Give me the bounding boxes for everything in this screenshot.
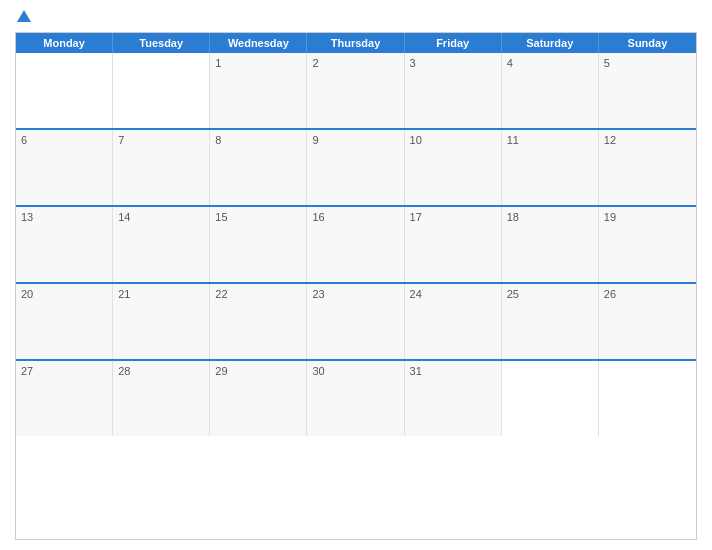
logo <box>15 10 31 24</box>
day-number: 27 <box>21 365 33 377</box>
day-number: 18 <box>507 211 519 223</box>
day-number: 28 <box>118 365 130 377</box>
calendar-cell: 16 <box>307 207 404 282</box>
calendar-week-4: 20212223242526 <box>16 282 696 359</box>
calendar-cell: 18 <box>502 207 599 282</box>
calendar-cell: 27 <box>16 361 113 436</box>
calendar-body: 1234567891011121314151617181920212223242… <box>16 53 696 436</box>
calendar-week-1: 12345 <box>16 53 696 128</box>
day-number: 2 <box>312 57 318 69</box>
logo-row1 <box>15 10 31 24</box>
day-number: 17 <box>410 211 422 223</box>
day-number: 19 <box>604 211 616 223</box>
calendar-page: MondayTuesdayWednesdayThursdayFridaySatu… <box>0 0 712 550</box>
calendar-cell: 30 <box>307 361 404 436</box>
header-day-wednesday: Wednesday <box>210 33 307 53</box>
calendar-cell: 29 <box>210 361 307 436</box>
day-number: 26 <box>604 288 616 300</box>
calendar-cell: 26 <box>599 284 696 359</box>
calendar-cell <box>599 361 696 436</box>
calendar-cell: 14 <box>113 207 210 282</box>
calendar-header: MondayTuesdayWednesdayThursdayFridaySatu… <box>16 33 696 53</box>
calendar-cell <box>502 361 599 436</box>
day-number: 11 <box>507 134 519 146</box>
day-number: 20 <box>21 288 33 300</box>
day-number: 8 <box>215 134 221 146</box>
day-number: 22 <box>215 288 227 300</box>
day-number: 5 <box>604 57 610 69</box>
calendar-cell: 31 <box>405 361 502 436</box>
calendar-week-5: 2728293031 <box>16 359 696 436</box>
header-day-tuesday: Tuesday <box>113 33 210 53</box>
calendar-cell: 23 <box>307 284 404 359</box>
calendar-cell: 10 <box>405 130 502 205</box>
day-number: 21 <box>118 288 130 300</box>
calendar-cell: 19 <box>599 207 696 282</box>
day-number: 13 <box>21 211 33 223</box>
day-number: 10 <box>410 134 422 146</box>
header <box>15 10 697 24</box>
calendar-cell: 28 <box>113 361 210 436</box>
calendar-cell <box>16 53 113 128</box>
calendar-cell: 15 <box>210 207 307 282</box>
calendar-week-3: 13141516171819 <box>16 205 696 282</box>
calendar-cell: 2 <box>307 53 404 128</box>
calendar-cell: 24 <box>405 284 502 359</box>
day-number: 7 <box>118 134 124 146</box>
calendar: MondayTuesdayWednesdayThursdayFridaySatu… <box>15 32 697 540</box>
day-number: 6 <box>21 134 27 146</box>
day-number: 30 <box>312 365 324 377</box>
day-number: 1 <box>215 57 221 69</box>
calendar-cell: 9 <box>307 130 404 205</box>
logo-triangle-icon <box>17 10 31 22</box>
day-number: 25 <box>507 288 519 300</box>
header-day-monday: Monday <box>16 33 113 53</box>
day-number: 3 <box>410 57 416 69</box>
calendar-cell: 17 <box>405 207 502 282</box>
calendar-cell: 7 <box>113 130 210 205</box>
calendar-cell: 6 <box>16 130 113 205</box>
calendar-cell: 20 <box>16 284 113 359</box>
calendar-cell: 21 <box>113 284 210 359</box>
day-number: 23 <box>312 288 324 300</box>
calendar-cell: 5 <box>599 53 696 128</box>
header-day-thursday: Thursday <box>307 33 404 53</box>
calendar-cell: 12 <box>599 130 696 205</box>
logo-text <box>15 10 31 24</box>
calendar-cell: 11 <box>502 130 599 205</box>
header-day-sunday: Sunday <box>599 33 696 53</box>
day-number: 4 <box>507 57 513 69</box>
calendar-cell: 25 <box>502 284 599 359</box>
calendar-cell: 1 <box>210 53 307 128</box>
day-number: 12 <box>604 134 616 146</box>
calendar-cell: 4 <box>502 53 599 128</box>
day-number: 15 <box>215 211 227 223</box>
day-number: 14 <box>118 211 130 223</box>
calendar-cell: 8 <box>210 130 307 205</box>
header-day-saturday: Saturday <box>502 33 599 53</box>
day-number: 9 <box>312 134 318 146</box>
calendar-cell: 22 <box>210 284 307 359</box>
calendar-cell: 3 <box>405 53 502 128</box>
header-day-friday: Friday <box>405 33 502 53</box>
calendar-cell: 13 <box>16 207 113 282</box>
day-number: 16 <box>312 211 324 223</box>
day-number: 29 <box>215 365 227 377</box>
calendar-week-2: 6789101112 <box>16 128 696 205</box>
day-number: 24 <box>410 288 422 300</box>
day-number: 31 <box>410 365 422 377</box>
calendar-cell <box>113 53 210 128</box>
